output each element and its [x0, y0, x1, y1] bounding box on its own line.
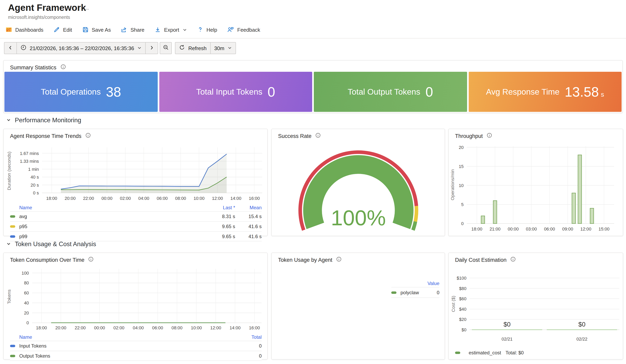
svg-text:0: 0: [27, 320, 29, 325]
svg-text:16:00: 16:00: [249, 325, 260, 330]
toolbar-button-help[interactable]: Help: [197, 27, 217, 33]
chevron-down-icon: [228, 45, 232, 51]
auto-refresh-interval-dropdown[interactable]: 30m: [210, 42, 236, 54]
throughput-chart[interactable]: 0510152018:0021:0000:0003:0006:0009:0012…: [449, 129, 623, 236]
divider: [0, 38, 626, 38]
resource-type-breadcrumb: microsoft.insights/components: [8, 15, 70, 20]
series-name: avg: [19, 214, 27, 219]
column-header-name[interactable]: Name: [10, 334, 237, 340]
svg-text:20 s: 20 s: [31, 183, 39, 188]
legend-row-p95[interactable]: p959.65 s41.6 s: [10, 221, 262, 231]
panel-title: Agent Response Time Trends: [10, 133, 81, 139]
svg-text:5: 5: [461, 202, 464, 207]
info-icon[interactable]: [88, 257, 94, 263]
svg-text:02:00: 02:00: [113, 325, 124, 330]
tile-unit: s: [601, 91, 604, 98]
series-value: 41.6 s: [235, 224, 262, 229]
edit-pencil-icon: [53, 27, 60, 33]
svg-text:12:00: 12:00: [210, 325, 221, 330]
legend-swatch: [10, 225, 15, 228]
column-header[interactable]: Last *: [206, 205, 235, 210]
svg-text:22:00: 22:00: [75, 325, 86, 330]
svg-text:Cost ($): Cost ($): [451, 296, 456, 312]
svg-text:03:00: 03:00: [526, 227, 537, 232]
toolbar-button-share[interactable]: Share: [121, 27, 144, 33]
toolbar-label: Save As: [92, 27, 111, 33]
svg-text:18:00: 18:00: [471, 227, 482, 232]
svg-text:09:00: 09:00: [562, 227, 573, 232]
svg-text:$0: $0: [462, 327, 466, 332]
toolbar-button-export[interactable]: Export: [155, 27, 187, 33]
tile-value: 0: [268, 85, 275, 99]
svg-text:08:00: 08:00: [172, 325, 183, 330]
series-name: p95: [19, 224, 27, 229]
info-icon[interactable]: [85, 133, 91, 139]
svg-text:00:00: 00:00: [508, 227, 519, 232]
dashboards-icon: [6, 27, 12, 33]
cost-legend: estimated_cost Total: $0: [455, 350, 524, 356]
legend-row-polyclaw[interactable]: polyclaw0: [391, 287, 439, 298]
legend-row-output-tokens[interactable]: Output Tokens0: [10, 351, 262, 361]
legend-swatch: [10, 345, 15, 347]
column-header[interactable]: Total: [237, 334, 262, 340]
svg-text:21:00: 21:00: [490, 227, 501, 232]
download-icon: [155, 27, 161, 33]
chevron-down-icon: [6, 240, 11, 248]
response-time-legend-table: NameLast *Meanavg8.31 s15.4 sp959.65 s41…: [10, 204, 262, 241]
legend-row-p99[interactable]: p999.65 s41.6 s: [10, 231, 262, 241]
tile-label: Total Operations: [41, 87, 101, 97]
svg-text:02:00: 02:00: [120, 196, 131, 201]
refresh-label: Refresh: [188, 45, 207, 51]
column-header[interactable]: Mean: [235, 205, 262, 210]
summary-tile-total-operations: Total Operations38: [4, 72, 157, 112]
svg-text:Duration (seconds): Duration (seconds): [6, 152, 12, 190]
svg-text:12:00: 12:00: [581, 227, 591, 232]
daily-cost-chart[interactable]: $0$20$40$60$80$100Cost ($)$002/21$002/22: [449, 253, 623, 359]
time-back-button[interactable]: [4, 42, 16, 54]
dashboard-page: Agent Framework … microsoft.insights/com…: [0, 0, 626, 364]
legend-swatch: [10, 235, 15, 237]
toolbar-button-dashboards[interactable]: Dashboards: [6, 27, 43, 33]
info-icon[interactable]: [315, 133, 321, 139]
summary-tile-total-input-tokens: Total Input Tokens0: [159, 72, 312, 112]
info-icon[interactable]: [60, 64, 66, 70]
section-token-usage-cost-analysis[interactable]: Token Usage & Cost Analysis: [6, 240, 96, 248]
chevron-down-icon: [6, 117, 11, 124]
svg-text:Tokens: Tokens: [6, 289, 12, 304]
tile-label: Total Input Tokens: [196, 87, 262, 97]
time-forward-button[interactable]: [146, 42, 158, 54]
panel-title: Throughput: [455, 133, 483, 139]
column-header-value[interactable]: Value: [427, 280, 439, 286]
interval-label: 30m: [214, 45, 225, 51]
chevron-right-icon: [150, 45, 154, 51]
zoom-out-button[interactable]: [160, 42, 172, 54]
info-icon[interactable]: [336, 257, 342, 263]
share-icon: [121, 27, 127, 33]
svg-text:04:00: 04:00: [138, 196, 149, 201]
info-icon[interactable]: [487, 133, 492, 139]
section-performance-monitoring[interactable]: Performance Monitoring: [6, 117, 81, 124]
toolbar-button-saveas[interactable]: Save As: [82, 27, 111, 33]
success-rate-gauge[interactable]: 100%: [272, 129, 445, 236]
legend-row-avg[interactable]: avg8.31 s15.4 s: [10, 211, 262, 221]
chevron-down-icon: [182, 28, 187, 32]
time-range-text: 21/02/2026, 16:35:36 – 22/02/2026, 16:35…: [30, 45, 134, 51]
legend-row-input-tokens[interactable]: Input Tokens0: [10, 341, 262, 351]
svg-text:08:00: 08:00: [175, 196, 186, 201]
column-header-name[interactable]: Name: [10, 205, 206, 210]
toolbar-label: Edit: [63, 27, 72, 33]
refresh-button[interactable]: Refresh: [176, 42, 210, 54]
svg-text:10: 10: [459, 183, 464, 188]
time-range-picker[interactable]: 21/02/2026, 16:35:36 – 22/02/2026, 16:35…: [16, 42, 146, 54]
svg-text:00:00: 00:00: [102, 196, 113, 201]
toolbar-button-edit[interactable]: Edit: [53, 27, 72, 33]
panel-title: Daily Cost Estimation: [455, 257, 507, 263]
svg-text:06:00: 06:00: [152, 325, 163, 330]
tile-label: Total Output Tokens: [348, 87, 420, 97]
toolbar-button-feedback[interactable]: Feedback: [227, 27, 260, 33]
refresh-group: Refresh 30m: [175, 42, 236, 54]
more-menu-button[interactable]: …: [83, 4, 89, 11]
tile-value: 13.58: [565, 85, 599, 99]
svg-text:$60: $60: [459, 296, 466, 301]
info-icon[interactable]: [511, 257, 516, 263]
